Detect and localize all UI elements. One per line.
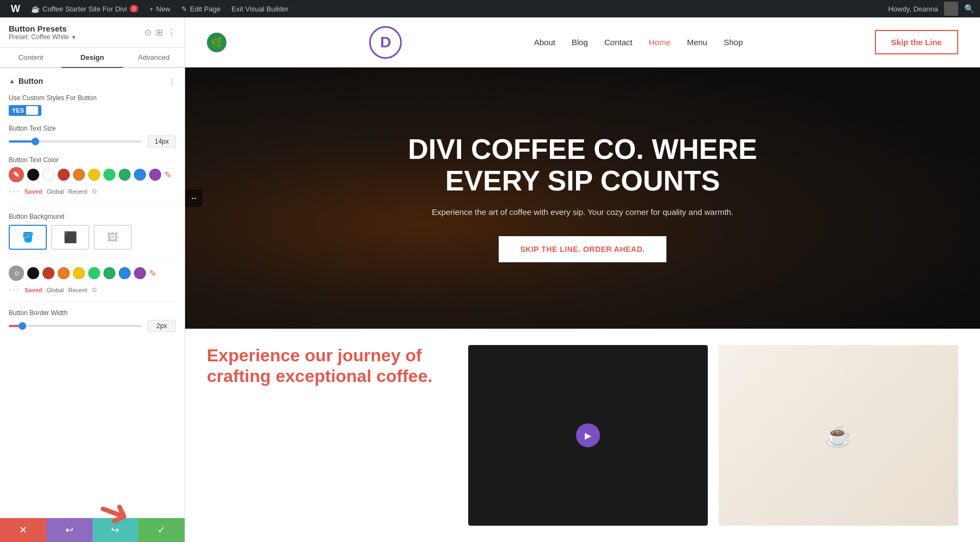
border-swatch-green[interactable] bbox=[88, 267, 100, 279]
color-swatch-green[interactable] bbox=[103, 169, 115, 181]
right-content: 🌿 D About Blog Contact Home Menu Shop Sk… bbox=[185, 17, 980, 542]
text-size-slider-thumb[interactable] bbox=[32, 138, 39, 145]
below-hero-text: Experience our journey of crafting excep… bbox=[207, 345, 452, 526]
color-swatch-yellow[interactable] bbox=[88, 169, 100, 181]
collapse-icon[interactable]: ▲ bbox=[9, 77, 15, 85]
border-settings-icon[interactable]: ⚙ bbox=[91, 286, 97, 294]
color-pencil-icon[interactable]: ✎ bbox=[164, 170, 171, 180]
border-swatch-red[interactable] bbox=[42, 267, 54, 279]
color-swatch-red[interactable] bbox=[58, 169, 70, 181]
custom-styles-toggle[interactable]: YES bbox=[9, 105, 41, 116]
hero-content: DIVI COFFEE CO. WHERE EVERY SIP COUNTS E… bbox=[365, 134, 800, 262]
nav-menu[interactable]: Menu bbox=[687, 38, 708, 47]
text-size-slider-container: 14px bbox=[9, 136, 176, 147]
color-swatch-active[interactable]: ✎ bbox=[9, 167, 24, 182]
text-size-value[interactable]: 14px bbox=[148, 136, 176, 147]
border-color-meta: ··· Saved Global Recent ⚙ bbox=[9, 284, 176, 295]
border-recent-label[interactable]: Recent bbox=[68, 287, 87, 293]
below-hero-title: Experience our journey of crafting excep… bbox=[207, 345, 452, 387]
columns-icon[interactable]: ⊞ bbox=[156, 27, 163, 38]
saved-label[interactable]: Saved bbox=[24, 188, 42, 195]
text-color-label: Button Text Color bbox=[9, 156, 176, 164]
redo-button[interactable]: ↪ bbox=[93, 518, 139, 542]
edit-handle[interactable]: ↔ bbox=[185, 189, 203, 207]
panel-header-left: Button Presets Preset: Coffee White ▼ bbox=[9, 24, 76, 41]
global-label[interactable]: Global bbox=[46, 188, 64, 195]
border-swatch-purple[interactable] bbox=[134, 267, 146, 279]
border-width-slider-container: 2px bbox=[9, 320, 176, 332]
panel-tabs: Content Design Advanced bbox=[0, 48, 185, 68]
undo-button[interactable]: ↩ bbox=[46, 518, 93, 542]
border-color-row: ⊙ ✎ ··· Saved Global Recent bbox=[9, 266, 176, 295]
section-title: ▲ Button bbox=[9, 77, 43, 85]
tab-content[interactable]: Content bbox=[0, 48, 62, 68]
nav-shop[interactable]: Shop bbox=[724, 38, 743, 47]
color-swatch-black[interactable] bbox=[27, 169, 39, 181]
color-swatch-orange[interactable] bbox=[73, 169, 85, 181]
site-nav: About Blog Contact Home Menu Shop bbox=[534, 38, 743, 47]
tab-advanced[interactable]: Advanced bbox=[123, 48, 185, 68]
border-color-active[interactable]: ⊙ bbox=[9, 266, 24, 281]
text-color-row: Button Text Color ✎ ✎ bbox=[9, 156, 176, 197]
exit-builder-item[interactable]: Exit Visual Builder bbox=[226, 0, 294, 17]
site-header: 🌿 D About Blog Contact Home Menu Shop Sk… bbox=[185, 17, 980, 67]
border-saved-label[interactable]: Saved bbox=[24, 287, 42, 293]
section-header: ▲ Button ⋮ bbox=[9, 77, 176, 85]
border-swatch-yellow[interactable] bbox=[73, 267, 85, 279]
border-swatch-darkgreen[interactable] bbox=[103, 267, 115, 279]
border-width-slider-thumb[interactable] bbox=[19, 322, 26, 330]
save-button[interactable]: ✓ bbox=[138, 518, 185, 542]
bg-image-option[interactable]: 🖼 bbox=[94, 225, 132, 250]
tab-design[interactable]: Design bbox=[62, 48, 123, 68]
nav-home[interactable]: Home bbox=[649, 38, 671, 47]
below-hero: Experience our journey of crafting excep… bbox=[185, 329, 980, 542]
border-width-value[interactable]: 2px bbox=[148, 320, 176, 332]
bg-color-option[interactable]: 🪣 bbox=[9, 225, 47, 250]
more-icon[interactable]: ⋮ bbox=[167, 27, 176, 38]
text-size-slider-track[interactable] bbox=[9, 140, 142, 143]
site-name-item[interactable]: ☕ Coffee Starter Site For Divi 0 bbox=[26, 0, 144, 17]
cancel-button[interactable]: ✕ bbox=[0, 518, 46, 542]
color-swatch-darkgreen[interactable] bbox=[119, 169, 131, 181]
nav-contact[interactable]: Contact bbox=[604, 38, 633, 47]
panel-header-icons: ⊙ ⊞ ⋮ bbox=[144, 27, 176, 38]
bucket-icon: 🪣 bbox=[22, 231, 34, 243]
color-swatch-purple[interactable] bbox=[149, 169, 161, 181]
nav-blog[interactable]: Blog bbox=[572, 38, 588, 47]
panel-content: ▲ Button ⋮ Use Custom Styles For Button … bbox=[0, 68, 185, 518]
custom-styles-label: Use Custom Styles For Button bbox=[9, 94, 176, 102]
new-item[interactable]: + New bbox=[144, 0, 176, 17]
hero-subtitle: Experience the art of coffee with every … bbox=[376, 207, 789, 217]
border-global-label[interactable]: Global bbox=[46, 287, 64, 293]
divider-3 bbox=[9, 302, 176, 303]
dropdown-chevron-icon[interactable]: ▼ bbox=[71, 34, 77, 40]
section-more-icon[interactable]: ⋮ bbox=[168, 77, 176, 85]
border-dots-icon[interactable]: ··· bbox=[9, 284, 20, 295]
border-width-slider-track[interactable] bbox=[9, 325, 142, 327]
edit-page-label: Edit Page bbox=[190, 5, 220, 13]
bg-gradient-option[interactable]: ⬛ bbox=[51, 225, 89, 250]
recent-label[interactable]: Recent bbox=[68, 188, 87, 195]
search-icon[interactable]: 🔍 bbox=[964, 4, 975, 14]
border-swatch-orange[interactable] bbox=[58, 267, 70, 279]
color-swatch-white[interactable] bbox=[42, 169, 54, 181]
play-icon: ▶ bbox=[585, 430, 591, 441]
color-settings-icon[interactable]: ⚙ bbox=[91, 188, 97, 195]
text-color-swatches: ✎ ✎ bbox=[9, 167, 176, 182]
pencil-icon: ✎ bbox=[181, 5, 187, 13]
nav-about[interactable]: About bbox=[534, 38, 555, 47]
focus-icon[interactable]: ⊙ bbox=[144, 27, 151, 38]
wp-logo-item[interactable]: W bbox=[5, 0, 26, 17]
color-swatch-blue[interactable] bbox=[134, 169, 146, 181]
color-dots-icon[interactable]: ··· bbox=[9, 186, 20, 197]
border-pencil-icon[interactable]: ✎ bbox=[149, 268, 156, 279]
hero-card-video: ▶ bbox=[468, 345, 708, 526]
border-swatch-black[interactable] bbox=[27, 267, 39, 279]
comment-badge: 0 bbox=[130, 5, 138, 13]
play-button[interactable]: ▶ bbox=[576, 423, 600, 447]
border-swatch-blue[interactable] bbox=[119, 267, 131, 279]
skip-the-line-button[interactable]: Skip the Line bbox=[875, 30, 958, 54]
hero-cta-button[interactable]: Skip The Line. Order Ahead. bbox=[499, 236, 667, 262]
bg-options: 🪣 ⬛ 🖼 bbox=[9, 225, 176, 250]
edit-page-item[interactable]: ✎ Edit Page bbox=[176, 0, 226, 17]
